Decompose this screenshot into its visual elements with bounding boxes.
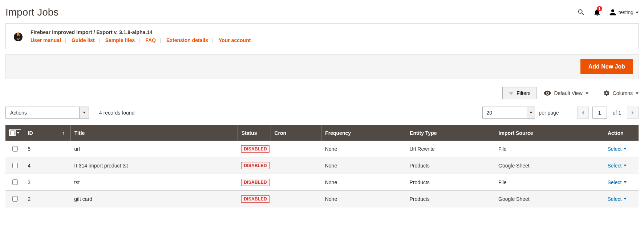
cell-id: 5 [24,141,70,157]
cell-entity: Products [406,191,495,207]
column-header-title[interactable]: Title [70,125,238,141]
table-row[interactable]: 2gift cardDISABLEDNoneProductsGoogle She… [5,191,639,207]
cell-entity: Products [406,157,495,174]
row-checkbox[interactable] [12,163,18,168]
column-header-id[interactable]: ID ↑ [24,125,70,141]
notification-badge: 1 [597,6,603,11]
columns-toggle[interactable]: Columns [603,90,639,96]
chevron-right-icon [631,111,634,115]
cell-source: File [495,174,604,191]
filter-icon [509,91,514,96]
filters-label: Filters [517,90,530,96]
notifications-icon[interactable]: 1 [593,8,601,16]
page-title: Import Jobs [5,7,58,18]
eye-icon [544,91,551,96]
status-badge: DISABLED [241,162,270,169]
chevron-down-icon [624,198,627,200]
search-icon[interactable] [577,8,585,16]
page-number-input[interactable] [592,107,607,119]
chevron-down-icon [636,92,639,94]
user-menu[interactable]: testing [609,9,639,16]
cell-source: Google Sheet [495,191,604,207]
row-checkbox[interactable] [12,146,18,152]
link-faq[interactable]: FAQ [145,37,156,43]
cell-entity: Products [406,174,495,191]
cell-entity: Url Rewrite [406,141,495,157]
page-size-value: 20 [483,110,527,116]
cell-cron [271,191,321,207]
page-size-select[interactable]: 20 [482,107,535,119]
cell-title: tst [70,174,238,191]
cell-cron [271,174,321,191]
chevron-down-icon [624,181,627,183]
cell-title: gift card [70,191,238,207]
gear-icon [603,90,610,96]
row-action-select[interactable]: Select [607,196,627,202]
link-user-manual[interactable]: User manual [31,37,61,43]
cell-title: II-314 import product tst [70,157,238,174]
column-header-frequency[interactable]: Frequency [321,125,406,141]
pager-prev-button[interactable] [577,107,589,119]
cell-source: File [495,141,604,157]
status-badge: DISABLED [241,179,270,186]
default-view-label: Default View [554,90,582,96]
row-action-select[interactable]: Select [607,146,627,152]
chevron-down-icon [624,165,627,166]
chevron-down-icon [624,148,627,150]
cell-cron [271,141,321,157]
firebear-logo-icon [12,30,24,42]
filters-button[interactable]: Filters [502,87,536,99]
cell-source: Google Sheet [495,157,604,174]
column-header-source[interactable]: Import Source [495,125,604,141]
cell-frequency: None [321,174,406,191]
table-row[interactable]: 3tstDISABLEDNoneProductsFileSelect [5,174,639,191]
table-row[interactable]: 5urlDISABLEDNoneUrl RewriteFileSelect [5,141,639,157]
row-action-select[interactable]: Select [607,179,627,185]
mass-actions-label: Actions [6,110,79,116]
chevron-left-icon [582,111,584,115]
cell-cron [271,157,321,174]
cell-id: 3 [24,174,70,191]
status-badge: DISABLED [241,145,270,153]
page-of-label: of 1 [613,110,621,116]
cell-frequency: None [321,191,406,207]
extension-name: Firebear Improved Import / Export v. 3.1… [31,29,251,35]
records-found-label: 4 records found [99,110,134,116]
jobs-table: ID ↑ Title Status Cron Frequency Entity … [5,125,639,207]
link-guide-list[interactable]: Guide list [72,37,95,43]
add-new-job-button[interactable]: Add New Job [580,59,633,74]
link-extension-details[interactable]: Extension details [166,37,208,43]
column-header-status[interactable]: Status [238,125,271,141]
chevron-down-icon [586,92,588,94]
sort-asc-icon: ↑ [62,130,65,136]
cell-title: url [70,141,238,157]
chevron-down-icon [530,112,532,113]
link-sample-files[interactable]: Sample files [105,37,135,43]
status-badge: DISABLED [241,195,270,203]
select-all-dropdown[interactable] [16,130,21,136]
columns-label: Columns [613,90,633,96]
username-label: testing [619,9,633,15]
column-header-action[interactable]: Action [604,125,639,141]
cell-frequency: None [321,141,406,157]
cell-frequency: None [321,157,406,174]
cell-id: 4 [24,157,70,174]
link-your-account[interactable]: Your account [219,37,251,43]
chevron-down-icon [636,12,639,13]
row-checkbox[interactable] [12,179,18,185]
select-all-checkbox[interactable] [9,129,21,136]
chevron-down-icon [83,112,86,113]
extension-info-block: Firebear Improved Import / Export v. 3.1… [5,23,639,49]
pager-next-button[interactable] [627,107,639,119]
column-header-entity[interactable]: Entity Type [406,125,495,141]
mass-actions-dropdown[interactable]: Actions [5,107,89,119]
default-view-toggle[interactable]: Default View [544,90,588,96]
table-row[interactable]: 4II-314 import product tstDISABLEDNonePr… [5,157,639,174]
cell-id: 2 [24,191,70,207]
row-checkbox[interactable] [12,196,18,202]
column-header-cron[interactable]: Cron [271,125,321,141]
per-page-label: per page [539,110,559,116]
row-action-select[interactable]: Select [607,163,627,169]
